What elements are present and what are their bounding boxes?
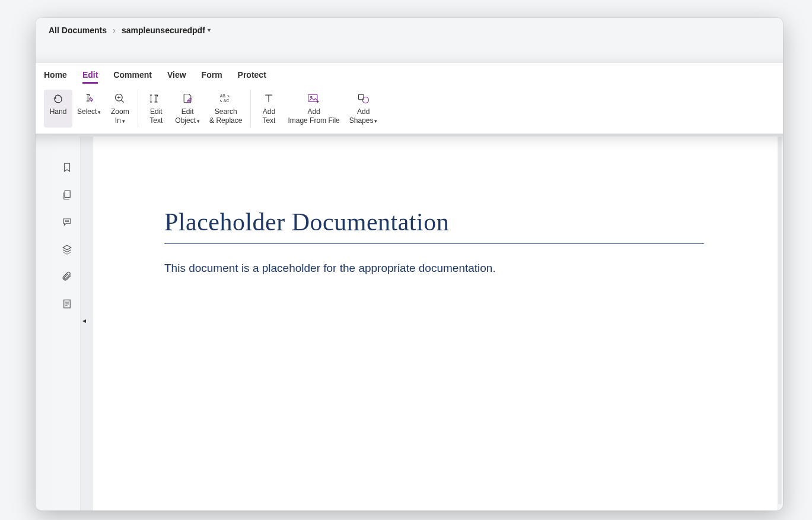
tool-group-nav: Hand Select▾ Zoom In▾ xyxy=(44,90,138,128)
app-window: All Documents › sampleunsecuredpdf ▾ Hom… xyxy=(36,18,783,511)
ribbon: Home Edit Comment View Form Protect Hand xyxy=(36,63,783,134)
hand-tool-label: Hand xyxy=(50,107,67,116)
hand-icon xyxy=(52,92,64,105)
edit-text-icon xyxy=(149,92,163,105)
chevron-right-icon: › xyxy=(113,25,116,35)
svg-point-9 xyxy=(66,221,67,221)
comments-icon[interactable] xyxy=(61,216,73,228)
edit-object-button[interactable]: Edit Object▾ xyxy=(170,90,205,128)
tool-group-edit: Edit Text Edit Object▾ ABAC Search & Rep… xyxy=(142,90,251,128)
document-viewport[interactable]: Placeholder Documentation This document … xyxy=(93,137,777,511)
add-text-label: Add Text xyxy=(262,107,275,125)
side-panel xyxy=(53,137,81,511)
svg-text:AB: AB xyxy=(219,94,225,98)
add-shapes-button[interactable]: Add Shapes▾ xyxy=(345,90,383,128)
tab-home[interactable]: Home xyxy=(44,70,67,84)
search-replace-label: Search & Replace xyxy=(209,107,242,125)
breadcrumb-doc-label: sampleunsecuredpdf xyxy=(122,26,205,35)
document-body: This document is a placeholder for the a… xyxy=(164,262,718,275)
caret-down-icon: ▾ xyxy=(374,118,377,124)
breadcrumb-root[interactable]: All Documents xyxy=(49,26,107,35)
caret-down-icon: ▾ xyxy=(98,109,101,115)
edit-text-button[interactable]: Edit Text xyxy=(142,90,170,128)
tool-group-add: Add Text Add Image From File Add Shapes▾ xyxy=(254,90,386,128)
svg-point-10 xyxy=(68,221,68,221)
chevron-down-icon: ▾ xyxy=(208,27,211,33)
vertical-scrollbar[interactable] xyxy=(778,137,782,505)
caret-down-icon: ▾ xyxy=(122,118,125,124)
pages-icon[interactable] xyxy=(61,189,73,201)
add-shapes-label: Add Shapes▾ xyxy=(349,107,378,125)
tab-comment[interactable]: Comment xyxy=(113,70,152,84)
document-title: Placeholder Documentation xyxy=(164,208,718,236)
attachment-icon[interactable] xyxy=(61,271,73,283)
search-replace-button[interactable]: ABAC Search & Replace xyxy=(205,90,247,128)
svg-point-6 xyxy=(362,97,368,103)
title-underline xyxy=(164,243,704,244)
breadcrumb-doc[interactable]: sampleunsecuredpdf ▾ xyxy=(122,26,211,35)
select-tool-button[interactable]: Select▾ xyxy=(72,90,106,128)
menu-tabs: Home Edit Comment View Form Protect xyxy=(44,70,775,84)
tab-view[interactable]: View xyxy=(167,70,186,84)
edit-object-icon xyxy=(181,92,193,105)
layers-icon[interactable] xyxy=(61,243,73,255)
add-text-icon xyxy=(263,92,275,105)
edit-text-label: Edit Text xyxy=(149,107,163,125)
zoom-in-button[interactable]: Zoom In▾ xyxy=(106,90,134,128)
search-replace-icon: ABAC xyxy=(219,92,233,105)
add-text-button[interactable]: Add Text xyxy=(254,90,283,128)
tab-edit[interactable]: Edit xyxy=(82,70,98,84)
form-data-icon[interactable] xyxy=(61,298,73,310)
tab-form[interactable]: Form xyxy=(202,70,222,84)
select-tool-label: Select▾ xyxy=(77,107,101,116)
bookmark-icon[interactable] xyxy=(61,161,73,173)
zoom-in-icon xyxy=(114,92,126,105)
svg-point-8 xyxy=(65,221,66,221)
svg-point-4 xyxy=(311,96,313,98)
workspace: ◂ Placeholder Documentation This documen… xyxy=(53,137,777,511)
svg-text:AC: AC xyxy=(223,99,229,103)
collapse-panel-icon[interactable]: ◂ xyxy=(81,315,88,326)
add-image-button[interactable]: Add Image From File xyxy=(283,90,344,128)
edit-object-label: Edit Object▾ xyxy=(175,107,200,125)
zoom-in-label: Zoom In▾ xyxy=(111,107,129,125)
toolbar: Hand Select▾ Zoom In▾ xyxy=(44,90,775,128)
svg-rect-7 xyxy=(65,191,70,197)
caret-down-icon: ▾ xyxy=(197,118,200,124)
image-icon xyxy=(307,92,320,105)
hand-tool-button[interactable]: Hand xyxy=(44,90,72,128)
tab-protect[interactable]: Protect xyxy=(238,70,266,84)
add-image-label: Add Image From File xyxy=(288,107,339,125)
cursor-text-icon xyxy=(83,92,95,105)
breadcrumb: All Documents › sampleunsecuredpdf ▾ xyxy=(36,18,783,42)
shapes-icon xyxy=(357,92,370,105)
